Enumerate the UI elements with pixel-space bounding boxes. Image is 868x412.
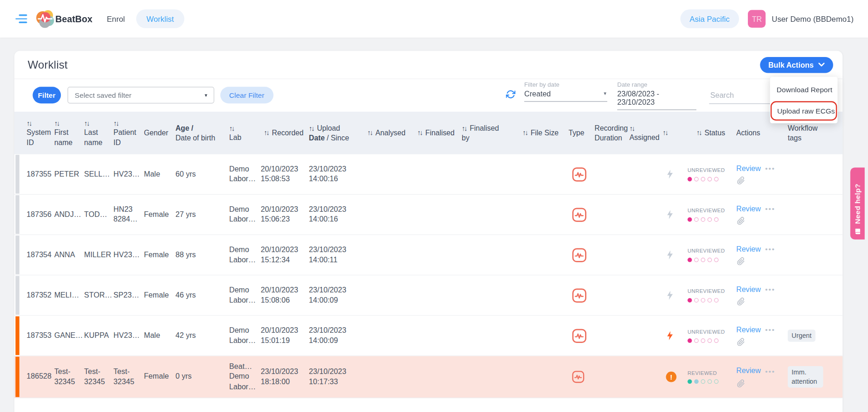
cell-workflow-tags: Urgent <box>788 330 838 342</box>
table-row[interactable]: 187352 MELI… STOR… SP23… Female 46 yrs D… <box>14 275 842 316</box>
col-header-last-name[interactable]: ↑↓Lastname <box>84 119 113 147</box>
cell-system-id: 187353 <box>26 330 54 341</box>
cell-lab: Beat… Demo Labor… <box>229 362 261 392</box>
sort-icon[interactable]: ↑↓ <box>114 119 142 128</box>
cell-first-name: GANE… <box>54 330 84 341</box>
sort-icon[interactable]: ↑↓ <box>26 119 52 128</box>
sort-icon[interactable]: ↑↓ <box>462 124 468 133</box>
col-header-upload-date[interactable]: ↑↓Upload Date / Since <box>309 124 363 143</box>
more-actions-icon[interactable]: ••• <box>765 245 775 254</box>
status-progress-dots <box>688 177 734 182</box>
col-header-system-id[interactable]: ↑↓SystemID <box>26 119 54 147</box>
user-name[interactable]: User Demo (BBDemo1) <box>772 14 854 23</box>
cell-priority <box>662 290 688 300</box>
avatar[interactable]: TR <box>748 10 765 27</box>
sort-icon[interactable]: ↑↓ <box>54 119 82 128</box>
col-header-finalised-by[interactable]: ↑↓Finalised by <box>462 124 515 143</box>
sort-icon[interactable]: ↑↓ <box>418 128 424 137</box>
filter-button[interactable]: Filter <box>32 87 61 103</box>
more-actions-icon[interactable]: ••• <box>765 164 775 173</box>
paperclip-icon[interactable] <box>737 177 745 185</box>
col-header-priority[interactable]: ↑↓ <box>662 128 688 137</box>
cell-first-name: PETER <box>54 169 84 179</box>
more-actions-icon[interactable]: ••• <box>765 285 775 295</box>
menu-item-upload-raw-ecgs[interactable]: Upload raw ECGs <box>772 102 836 120</box>
paperclip-icon[interactable] <box>737 298 745 306</box>
clear-filter-button[interactable]: Clear Filter <box>220 87 273 103</box>
cell-upload: 23/10/202314:00:16 <box>309 164 363 184</box>
cell-upload: 23/10/202314:00:11 <box>309 245 363 265</box>
sort-icon[interactable]: ↑↓ <box>309 124 315 133</box>
paperclip-icon[interactable] <box>737 217 745 225</box>
review-link[interactable]: Review <box>736 325 761 335</box>
cell-age: 0 yrs <box>175 372 229 382</box>
table-row[interactable]: 187355 PETER SELL… HV23… Male 60 yrs Dem… <box>14 154 842 195</box>
col-header-lab[interactable]: ↑↓Lab <box>229 124 261 142</box>
status-progress-dots <box>688 338 734 343</box>
need-help-tab[interactable]: Need help? <box>850 168 865 240</box>
table-row[interactable]: 187353 GANE… KUPPA HV23… Male 42 yrs Dem… <box>14 316 842 356</box>
cell-gender: Female <box>144 250 175 260</box>
chevron-down-icon: ▼ <box>603 91 607 96</box>
review-link[interactable]: Review <box>736 164 761 174</box>
date-range-field[interactable]: 23/08/2023 - 23/10/2023 <box>617 88 696 110</box>
bolt-icon <box>666 209 674 219</box>
sort-icon[interactable]: ↑↓ <box>264 128 270 137</box>
ecg-type-icon <box>572 288 587 303</box>
worklist-card: Worklist Bulk Actions Download Report Up… <box>14 51 842 412</box>
status-progress-dots <box>688 380 734 384</box>
nav-item-enrol[interactable]: Enrol <box>107 14 125 23</box>
nav-item-worklist[interactable]: Worklist <box>136 9 184 28</box>
menu-icon[interactable] <box>15 14 27 23</box>
cell-first-name: ANDJ… <box>54 209 84 220</box>
sort-icon[interactable]: ↑↓ <box>522 128 528 137</box>
saved-filter-select[interactable]: Select saved filter ▼ <box>68 87 214 103</box>
sort-icon[interactable]: ↑↓ <box>84 119 111 128</box>
review-link[interactable]: Review <box>736 366 761 376</box>
cell-patient-id: Test-32345 <box>114 367 144 387</box>
col-header-patient-id[interactable]: ↑↓PatientID <box>114 119 144 147</box>
sort-icon[interactable]: ↑↓ <box>630 124 661 133</box>
col-header-status[interactable]: ↑↓Status <box>688 128 736 138</box>
date-range-label: Date range <box>617 81 696 88</box>
chevron-down-icon: ▼ <box>204 93 208 98</box>
cell-system-id: 187354 <box>26 250 54 260</box>
review-link[interactable]: Review <box>736 244 761 254</box>
table-row[interactable]: 186528 Test-32345 Test-32345 Test-32345 … <box>14 356 842 398</box>
ecg-type-icon <box>572 247 587 262</box>
table-row[interactable]: 187354 ANNA MILLER HV23… Female 88 yrs D… <box>14 235 842 275</box>
paperclip-icon[interactable] <box>737 379 745 387</box>
bulk-actions-button[interactable]: Bulk Actions <box>760 57 833 73</box>
review-link[interactable]: Review <box>736 204 761 214</box>
col-header-assigned[interactable]: ↑↓Assigned <box>630 124 663 142</box>
cell-patient-id: HV23… <box>114 330 144 341</box>
filter-by-date-select[interactable]: Created ▼ <box>524 88 607 102</box>
sort-icon[interactable]: ↑↓ <box>662 128 685 137</box>
cell-lab: Demo Labor… <box>229 245 261 265</box>
col-header-workflow-tags: Workflowtags <box>788 124 838 143</box>
more-actions-icon[interactable]: ••• <box>765 367 775 376</box>
col-header-file-size[interactable]: ↑↓File Size <box>515 128 569 138</box>
sort-icon[interactable]: ↑↓ <box>229 124 258 133</box>
sort-icon[interactable]: ↑↓ <box>696 128 702 137</box>
cell-gender: Female <box>144 290 175 300</box>
paperclip-icon[interactable] <box>737 338 745 346</box>
region-selector[interactable]: Asia Pacific <box>680 9 739 28</box>
refresh-icon[interactable] <box>506 89 515 99</box>
col-header-recorded[interactable]: ↑↓Recorded <box>261 128 309 138</box>
cell-lab: Demo Labor… <box>229 164 261 184</box>
sort-icon[interactable]: ↑↓ <box>367 128 373 137</box>
col-header-finalised[interactable]: ↑↓Finalised <box>412 128 462 138</box>
cell-gender: Male <box>144 169 175 179</box>
review-link[interactable]: Review <box>736 285 761 295</box>
cell-age: 88 yrs <box>175 250 229 260</box>
col-header-analysed[interactable]: ↑↓Analysed <box>363 128 412 138</box>
bolt-icon <box>666 250 674 260</box>
more-actions-icon[interactable]: ••• <box>765 325 775 335</box>
more-actions-icon[interactable]: ••• <box>765 204 775 214</box>
cell-first-name: Test-32345 <box>54 367 84 387</box>
paperclip-icon[interactable] <box>737 257 745 266</box>
menu-item-download-report[interactable]: Download Report <box>770 80 838 100</box>
col-header-first-name[interactable]: ↑↓Firstname <box>54 119 84 147</box>
table-row[interactable]: 187356 ANDJ… TOD… HN23 8284… Female 27 y… <box>14 195 842 235</box>
